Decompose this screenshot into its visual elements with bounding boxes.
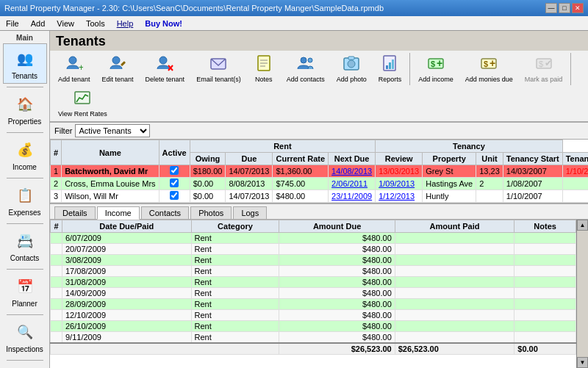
view-rent-rates-button[interactable]: View Rent Rates	[53, 87, 112, 120]
income-row[interactable]: 17/08/2009 Rent $480.00	[51, 266, 576, 277]
row-num	[51, 277, 62, 288]
svg-point-2	[112, 57, 120, 64]
add-photo-button[interactable]: Add photo	[331, 52, 372, 85]
tenant-review: 13/03/2013	[376, 165, 423, 178]
sidebar-item-income[interactable]: 💰 Income	[3, 134, 47, 175]
col-next-due: Next Due	[329, 153, 376, 165]
email-tenants-button[interactable]: Email tenant(s)	[191, 52, 246, 85]
svg-rect-3	[121, 61, 126, 66]
maximize-button[interactable]: □	[559, 3, 570, 13]
add-monies-due-icon: $+	[480, 54, 498, 75]
menu-file[interactable]: File	[0, 18, 25, 29]
edit-tenant-button[interactable]: Edit tenant	[97, 52, 139, 85]
filter-select[interactable]: Active TenantsAll TenantsInactive Tenant…	[75, 124, 150, 137]
close-button[interactable]: ✕	[572, 3, 584, 13]
menu-view[interactable]: View	[51, 18, 80, 29]
main-container: Main 👥 Tenants 🏠 Properties 💰 Income 📋 E…	[0, 31, 588, 368]
tab-photos[interactable]: Photos	[190, 206, 232, 219]
contacts-icon: 📇	[13, 229, 37, 253]
income-row[interactable]: 9/11/2009 Rent $480.00	[51, 332, 576, 344]
tenant-row-3[interactable]: 3 Wilson, Will Mr $0.00 14/07/2013 $480.…	[51, 190, 589, 203]
add-monies-due-button[interactable]: $+ Add monies due	[460, 52, 518, 85]
tab-income[interactable]: Income	[97, 206, 140, 220]
title-bar-buttons[interactable]: — □ ✕	[545, 3, 584, 13]
income-amount-paid	[395, 310, 514, 321]
tenant-next-due: 14/08/2013	[329, 165, 376, 178]
add-income-button[interactable]: $+ Add income	[413, 52, 459, 85]
add-monies-due-label: Add monies due	[465, 76, 513, 83]
tenant-active[interactable]	[159, 190, 190, 203]
income-table-container: # Date Due/Paid Category Amount Due Amou…	[50, 220, 576, 368]
notes-button[interactable]: Notes	[248, 52, 280, 85]
tenants-icon: 👥	[13, 47, 37, 71]
menu-add[interactable]: Add	[25, 18, 51, 29]
tenant-active[interactable]	[159, 165, 190, 178]
income-row[interactable]: 12/10/2009 Rent $480.00	[51, 310, 576, 321]
income-row[interactable]: 14/09/2009 Rent $480.00	[51, 288, 576, 299]
income-row[interactable]: 20/07/2009 Rent $480.00	[51, 244, 576, 255]
sidebar-item-inspections[interactable]: 🔍 Inspections	[3, 317, 47, 357]
minimize-button[interactable]: —	[545, 3, 557, 13]
sidebar-divider-3	[7, 178, 43, 178]
menu-buy-now[interactable]: Buy Now!	[139, 18, 188, 29]
summary-balance: $0.00	[514, 343, 576, 355]
sidebar-item-planner[interactable]: 📅 Planner	[3, 271, 47, 311]
sidebar-item-expenses[interactable]: 📋 Expenses	[3, 180, 47, 220]
income-col-amount-due: Amount Due	[279, 220, 395, 233]
income-date: 20/07/2009	[62, 244, 192, 255]
income-amount-due: $480.00	[279, 233, 395, 244]
email-tenants-label: Email tenant(s)	[196, 76, 241, 83]
income-row[interactable]: 3/08/2009 Rent $480.00	[51, 255, 576, 266]
income-amount-due: $480.00	[279, 266, 395, 277]
menu-tools[interactable]: Tools	[80, 18, 111, 29]
income-row[interactable]: 26/10/2009 Rent $480.00	[51, 321, 576, 332]
income-amount-paid	[395, 321, 514, 332]
delete-tenant-button[interactable]: Delete tenant	[140, 52, 190, 85]
income-notes	[514, 288, 576, 299]
income-date: 3/08/2009	[62, 255, 192, 266]
income-row[interactable]: 6/07/2009 Rent $480.00	[51, 233, 576, 244]
mark-as-paid-icon: $✔	[535, 54, 553, 75]
view-rent-rates-icon	[74, 89, 91, 109]
sidebar-item-tenants[interactable]: 👥 Tenants	[3, 43, 47, 84]
sidebar-item-properties[interactable]: 🏠 Properties	[3, 89, 47, 129]
scroll-down-button[interactable]: ▼	[577, 357, 588, 368]
tenant-row-2[interactable]: 2 Cross, Emma Louise Mrs $0.00 8/08/2013…	[51, 178, 589, 190]
tenant-tenancy-end: 1/10/2007	[562, 165, 588, 178]
menu-bar: File Add View Tools Help Buy Now!	[0, 16, 588, 31]
tenant-current-rate: $1,360.00	[273, 165, 329, 178]
tab-contacts[interactable]: Contacts	[141, 206, 189, 219]
mark-as-paid-label: Mark as paid	[525, 76, 563, 83]
income-row[interactable]: 31/08/2009 Rent $480.00	[51, 277, 576, 288]
add-contacts-button[interactable]: Add contacts	[282, 52, 330, 85]
tenant-row-1[interactable]: 1 Batchworth, David Mr $180.00 14/07/201…	[51, 165, 589, 178]
tenant-active[interactable]	[159, 178, 190, 190]
filter-label: Filter	[54, 126, 72, 135]
sidebar-item-contacts[interactable]: 📇 Contacts	[3, 226, 47, 266]
row-num	[51, 288, 62, 299]
svg-text:+: +	[490, 57, 495, 69]
inspections-icon: 🔍	[13, 320, 37, 344]
tab-logs[interactable]: Logs	[233, 206, 267, 219]
tab-details[interactable]: Details	[54, 206, 96, 219]
income-amount-due: $480.00	[279, 244, 395, 255]
tenant-name: Wilson, Will Mr	[62, 190, 159, 203]
sidebar-item-recycle-bin[interactable]: 🗑 Recycle Bin	[3, 362, 47, 368]
sidebar-label-tenants: Tenants	[12, 72, 37, 80]
mark-as-paid-button[interactable]: $✔ Mark as paid	[520, 52, 568, 85]
menu-help[interactable]: Help	[111, 18, 140, 29]
col-due: Due	[226, 153, 273, 165]
tenant-tenancy-start: 1/08/2007	[503, 178, 562, 190]
income-col-num: #	[51, 220, 62, 233]
income-row[interactable]: 28/09/2009 Rent $480.00	[51, 299, 576, 310]
income-col-category: Category	[191, 220, 279, 233]
income-notes	[514, 233, 576, 244]
add-tenant-button[interactable]: + Add tenant	[53, 52, 96, 85]
svg-text:+: +	[79, 62, 83, 72]
right-scrollbar[interactable]: ▲ ▼	[576, 220, 588, 368]
reports-button[interactable]: Reports	[373, 52, 407, 85]
income-category: Rent	[191, 244, 279, 255]
income-category: Rent	[191, 310, 279, 321]
scroll-up-button[interactable]: ▲	[577, 220, 588, 231]
tenant-next-due: 2/06/2011	[329, 178, 376, 190]
